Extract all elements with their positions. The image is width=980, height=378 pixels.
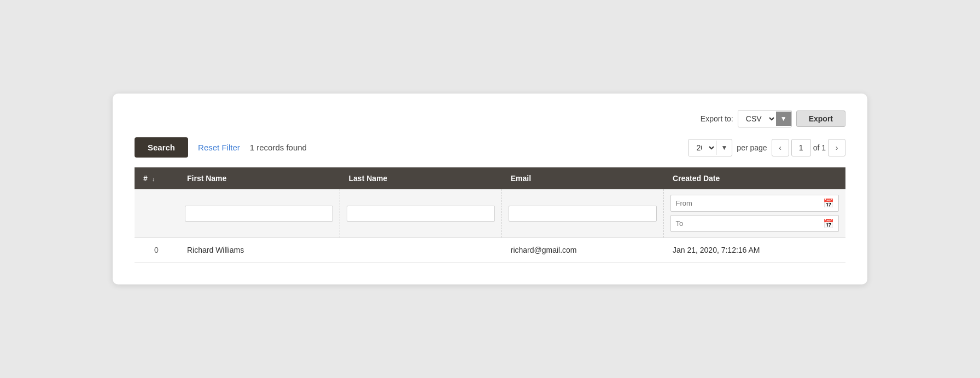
calendar-to-icon[interactable]: 📅 <box>823 218 834 229</box>
export-button[interactable]: Export <box>796 111 845 127</box>
date-to-input[interactable] <box>675 219 820 228</box>
calendar-from-icon[interactable]: 📅 <box>823 198 834 208</box>
col-header-index[interactable]: # ↓ <box>135 167 178 189</box>
filter-first-name-cell <box>178 189 340 238</box>
filter-first-name-input[interactable] <box>185 206 333 222</box>
page-nav: ‹ of 1 › <box>772 139 845 156</box>
cell-created-date: Jan 21, 2020, 7:12:16 AM <box>664 238 845 263</box>
per-page-select[interactable]: 20 <box>689 139 716 156</box>
per-page-arrow[interactable]: ▼ <box>716 141 732 155</box>
filter-index-cell <box>135 189 178 238</box>
export-row: Export to: CSV ▼ Export <box>135 110 845 127</box>
cell-email: richard@gmail.com <box>502 238 664 263</box>
table-header-row: # ↓ First Name Last Name Email Created D… <box>135 167 845 189</box>
per-page-select-wrap: 20 ▼ <box>688 139 732 156</box>
filter-email-cell <box>502 189 664 238</box>
date-from-wrap: 📅 <box>670 195 839 212</box>
cell-last-name <box>340 238 502 263</box>
sort-icon: ↓ <box>152 176 155 182</box>
reset-filter-button[interactable]: Reset Filter <box>198 143 240 152</box>
export-label: Export to: <box>701 114 733 123</box>
prev-page-button[interactable]: ‹ <box>772 139 789 156</box>
main-card: Export to: CSV ▼ Export Search Reset Fil… <box>113 94 867 284</box>
data-table: # ↓ First Name Last Name Email Created D… <box>135 167 845 263</box>
cell-first-name: Richard Williams <box>178 238 340 263</box>
export-format-select[interactable]: CSV <box>738 111 776 127</box>
col-header-created-date[interactable]: Created Date <box>664 167 845 189</box>
filter-last-name-cell <box>340 189 502 238</box>
filter-email-input[interactable] <box>509 206 657 222</box>
filter-row: 📅 📅 <box>135 189 845 238</box>
table-row: 0 Richard Williams richard@gmail.com Jan… <box>135 238 845 263</box>
export-format-wrap: CSV ▼ <box>738 110 792 127</box>
pagination-area: 20 ▼ per page ‹ of 1 › <box>688 139 845 156</box>
toolbar: Search Reset Filter 1 records found 20 ▼… <box>135 137 845 158</box>
filter-date-cell: 📅 📅 <box>664 189 845 238</box>
col-header-first-name[interactable]: First Name <box>178 167 340 189</box>
cell-index: 0 <box>135 238 178 263</box>
export-format-arrow[interactable]: ▼ <box>776 112 791 126</box>
filter-last-name-input[interactable] <box>347 206 495 222</box>
date-from-input[interactable] <box>675 199 820 207</box>
per-page-label: per page <box>737 143 767 152</box>
search-button[interactable]: Search <box>135 137 188 158</box>
col-header-last-name[interactable]: Last Name <box>340 167 502 189</box>
page-input[interactable] <box>791 139 811 156</box>
next-page-button[interactable]: › <box>828 139 845 156</box>
page-of-label: of 1 <box>813 143 826 152</box>
records-found: 1 records found <box>250 143 679 152</box>
col-header-email[interactable]: Email <box>502 167 664 189</box>
date-to-wrap: 📅 <box>670 215 839 232</box>
